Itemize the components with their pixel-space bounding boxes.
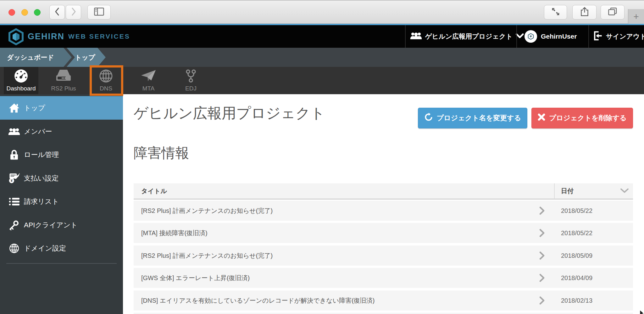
- incident-title: [RS2 Plus] 計画メンテナンスのお知らせ(完了): [141, 201, 273, 221]
- chevron-right-icon: [539, 274, 545, 283]
- nav-item-dns[interactable]: DNS: [89, 67, 123, 94]
- project-switcher[interactable]: ゲヒルン広報用プロジェクト: [405, 25, 517, 48]
- tab-overview-icon: [608, 8, 617, 17]
- browser-forward-button[interactable]: [66, 5, 81, 19]
- user-menu[interactable]: GehirnUser: [516, 25, 589, 48]
- lock-icon: [8, 149, 20, 160]
- logo-wordmark[interactable]: GEHIRN WEB SERVICES: [28, 25, 130, 48]
- signout-button[interactable]: サインアウト: [588, 25, 644, 48]
- incidents-table-header: タイトル 日付: [134, 183, 633, 200]
- nav-item-dashboard[interactable]: Dashboard: [4, 67, 38, 94]
- column-header-date[interactable]: 日付: [554, 183, 633, 198]
- sidebar: トップ メンバー ロール管理 ¥ 支払い設定 請求リスト: [0, 94, 123, 314]
- chevron-right-icon: [539, 207, 545, 216]
- mouse-cursor: [640, 310, 644, 314]
- breadcrumb-label: ダッシュボード: [7, 53, 54, 62]
- incident-date: 2018/05/09: [561, 246, 592, 266]
- sidebar-label: ロール管理: [24, 150, 59, 160]
- logo-text-primary: GEHIRN: [28, 32, 64, 41]
- delete-project-button[interactable]: プロジェクトを削除する: [531, 108, 633, 128]
- key-icon: [8, 220, 20, 230]
- gehirn-logo-icon[interactable]: [8, 28, 25, 46]
- project-name: ゲヒルン広報用プロジェクト: [425, 32, 513, 41]
- sidebar-label: トップ: [24, 103, 45, 113]
- sidebar-item-top[interactable]: トップ: [0, 96, 123, 120]
- globe-icon: [8, 243, 20, 253]
- incident-row-partial: [134, 313, 633, 314]
- incident-row[interactable]: [MTA] 接続障害(復旧済) 2018/05/22: [134, 223, 633, 243]
- incident-row[interactable]: [RS2 Plus] 計画メンテナンスのお知らせ(完了) 2018/05/22: [134, 201, 633, 221]
- signout-icon: [593, 31, 603, 42]
- nav-item-rs2plus[interactable]: RS2 Plus: [46, 67, 81, 94]
- sidebar-item-api-clients[interactable]: APIクライアント: [0, 213, 123, 237]
- nav-label: Dashboard: [7, 85, 36, 92]
- browser-share-button[interactable]: [572, 5, 597, 19]
- incident-date: 2018/04/09: [561, 268, 592, 288]
- incident-date: 2018/02/13: [561, 290, 592, 311]
- browser-fullscreen-button[interactable]: [544, 5, 567, 19]
- nav-item-mta[interactable]: MTA: [131, 67, 166, 94]
- incident-row[interactable]: [RS2 Plus] 計画メンテナンスのお知らせ(完了) 2018/05/09: [134, 246, 633, 266]
- breadcrumb-item-dashboard[interactable]: ダッシュボード: [0, 48, 79, 67]
- sidebar-item-members[interactable]: メンバー: [0, 120, 123, 143]
- plus-icon: +: [633, 11, 639, 22]
- sidebar-item-domains[interactable]: ドメイン設定: [0, 236, 123, 260]
- rename-button-label: プロジェクト名を変更する: [437, 113, 521, 123]
- sidebar-item-invoices[interactable]: 請求リスト: [0, 190, 123, 213]
- user-name: GehirnUser: [541, 33, 577, 40]
- people-icon: [8, 127, 20, 136]
- avatar: [525, 30, 537, 43]
- incident-title: [RS2 Plus] 計画メンテナンスのお知らせ(完了): [141, 246, 273, 266]
- breadcrumb-item-top[interactable]: トップ: [67, 48, 106, 67]
- nav-label: EDJ: [185, 85, 197, 92]
- back-icon: [54, 7, 60, 17]
- page-title: ゲヒルン広報用プロジェクト: [134, 104, 325, 123]
- incident-row[interactable]: [DNS] エイリアスを有効にしているゾーンのレコードが解決できない障害(復旧済…: [134, 290, 633, 311]
- main-content: ゲヒルン広報用プロジェクト プロジェクト名を変更する プロジェクトを削除する 障…: [123, 94, 644, 314]
- incident-row[interactable]: [GWS 全体] エラーレート上昇(復旧済) 2018/04/09: [134, 268, 633, 288]
- signout-label: サインアウト: [606, 32, 644, 41]
- nav-label: RS2 Plus: [51, 85, 76, 92]
- server-icon: [55, 69, 72, 84]
- sidebar-label: 請求リスト: [24, 197, 59, 206]
- chevron-right-icon: [539, 296, 545, 306]
- home-icon: [8, 103, 20, 113]
- incident-date: 2018/05/22: [561, 223, 592, 243]
- share-icon: [580, 7, 589, 18]
- browser-toolbar: +: [0, 0, 644, 24]
- globe-icon: [99, 69, 113, 84]
- fullscreen-icon: [551, 7, 560, 17]
- sidebar-divider: [6, 263, 117, 264]
- column-header-title[interactable]: タイトル: [141, 183, 167, 198]
- browser-new-tab-button[interactable]: +: [628, 9, 644, 24]
- breadcrumb: ダッシュボード トップ: [0, 48, 644, 67]
- sidebar-toggle-icon: [94, 8, 104, 17]
- section-title: 障害情報: [134, 144, 189, 162]
- incident-title: [GWS 全体] エラーレート上昇(復旧済): [141, 268, 250, 288]
- sidebar-label: メンバー: [24, 127, 52, 136]
- refresh-icon: [424, 113, 433, 123]
- window-minimize-button[interactable]: [21, 9, 28, 16]
- window-close-button[interactable]: [8, 9, 15, 16]
- sidebar-label: ドメイン設定: [24, 244, 66, 253]
- payment-icon: ¥: [8, 173, 20, 184]
- window-zoom-button[interactable]: [34, 9, 41, 16]
- project-group-icon: [410, 31, 422, 41]
- screen: + GEHIRN WEB SERVICES ゲヒルン広報用プロジェクト Gehi…: [0, 0, 644, 314]
- sidebar-label: 支払い設定: [24, 174, 59, 183]
- logo-text-secondary: WEB SERVICES: [68, 33, 130, 40]
- browser-tab-overview-button[interactable]: [601, 5, 625, 19]
- sidebar-item-roles[interactable]: ロール管理: [0, 143, 123, 166]
- rename-project-button[interactable]: プロジェクト名を変更する: [418, 108, 527, 128]
- svg-text:¥: ¥: [11, 179, 13, 182]
- nav-item-edj[interactable]: EDJ: [174, 67, 208, 94]
- breadcrumb-label: トップ: [75, 53, 95, 62]
- list-icon: [8, 197, 20, 206]
- browser-back-button[interactable]: [49, 5, 65, 19]
- sort-chevron-down-icon[interactable]: [620, 188, 629, 195]
- sidebar-item-payment[interactable]: ¥ 支払い設定: [0, 166, 123, 190]
- gauge-icon: [14, 69, 28, 84]
- browser-sidebar-toggle-button[interactable]: [87, 5, 111, 19]
- nav-label: MTA: [142, 85, 155, 92]
- chevron-right-icon: [539, 229, 545, 238]
